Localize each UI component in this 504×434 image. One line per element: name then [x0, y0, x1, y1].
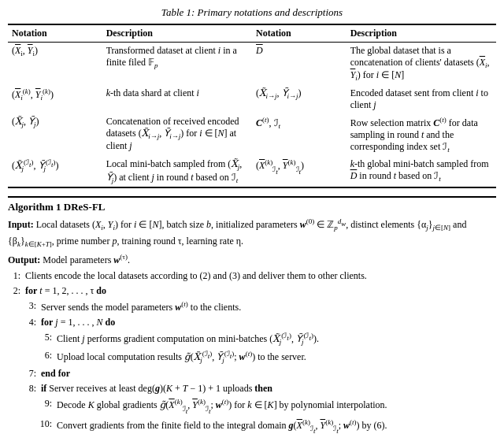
table-row: (X̃j(ℐt), Ỹj(ℐt)) Local mini-batch sampl…: [8, 156, 496, 187]
notation-cell: D: [252, 43, 346, 85]
algo-line-9: 9: Decode K global gradients g̃(X(k)ℐt, …: [39, 396, 496, 417]
table-row: (Xi(k), Yi(k)) k-th data shard at client…: [8, 85, 496, 113]
desc-cell: Encoded dataset sent from client i to cl…: [346, 85, 496, 113]
notation-cell: (X̃i→j, Ỹi→j): [252, 85, 346, 113]
notations-table: Notation Description Notation Descriptio…: [8, 24, 496, 188]
notation-cell: C(t), ℐt: [252, 113, 346, 156]
desc-cell: Local mini-batch sampled from (X̃j, Ỹj) …: [102, 156, 252, 187]
desc-cell: k-th data shard at client i: [102, 85, 252, 113]
table-title: Table 1: Primary notations and descripti…: [8, 6, 496, 19]
col-notation2: Notation: [252, 24, 346, 43]
algo-line-4: 4: for j = 1, . . . , N do: [24, 315, 496, 330]
table-row: (Xi, Yi) Transformed dataset at client i…: [8, 43, 496, 85]
table-row: (X̃j, Ỹj) Concatenation of received enco…: [8, 113, 496, 156]
algo-line-5: 5: Client j performs gradient computatio…: [39, 330, 496, 348]
algo-line-10: 10: Convert gradients from the finite fi…: [39, 417, 496, 434]
notation-cell: (X̃j(ℐt), Ỹj(ℐt)): [8, 156, 102, 187]
desc-cell: Transformed dataset at client i in a fin…: [102, 43, 252, 85]
algo-line-2: 2: for t = 1, 2, . . . , τ do: [8, 284, 496, 299]
algo-steps: 1: Clients encode the local datasets acc…: [8, 269, 496, 434]
col-notation1: Notation: [8, 24, 102, 43]
desc-cell: The global dataset that is a concatenati…: [346, 43, 496, 85]
algo-input: Input: Local datasets (Xi, Yi) for i ∈ […: [8, 217, 496, 250]
algo-line-3: 3: Server sends the model parameters w(t…: [24, 299, 496, 315]
desc-cell: Row selection matrix C(t) for data sampl…: [346, 113, 496, 156]
col-desc2: Description: [346, 24, 496, 43]
algo-output: Output: Model parameters w(τ).: [8, 252, 496, 267]
algo-line-6: 6: Upload local computation results g̃(X…: [39, 348, 496, 366]
algo-line-7: 7: end for: [24, 366, 496, 381]
algo-line-8: 8: if Server receives at least deg(g)(K …: [24, 381, 496, 396]
notation-cell: (X̃j, Ỹj): [8, 113, 102, 156]
table-header-row: Notation Description Notation Descriptio…: [8, 24, 496, 43]
notation-cell: (Xi, Yi): [8, 43, 102, 85]
col-desc1: Description: [102, 24, 252, 43]
desc-cell: k-th global mini-batch sampled from D in…: [346, 156, 496, 187]
notation-cell: (Xi(k), Yi(k)): [8, 85, 102, 113]
notation-cell: (X(k)ℐt, Y(k)ℐt): [252, 156, 346, 187]
algorithm-title: Algorithm 1 DReS-FL: [8, 201, 496, 213]
desc-cell: Concatenation of received encoded datase…: [102, 113, 252, 156]
algorithm-section: Algorithm 1 DReS-FL Input: Local dataset…: [8, 196, 496, 434]
algo-line-1: 1: Clients encode the local datasets acc…: [8, 269, 496, 284]
